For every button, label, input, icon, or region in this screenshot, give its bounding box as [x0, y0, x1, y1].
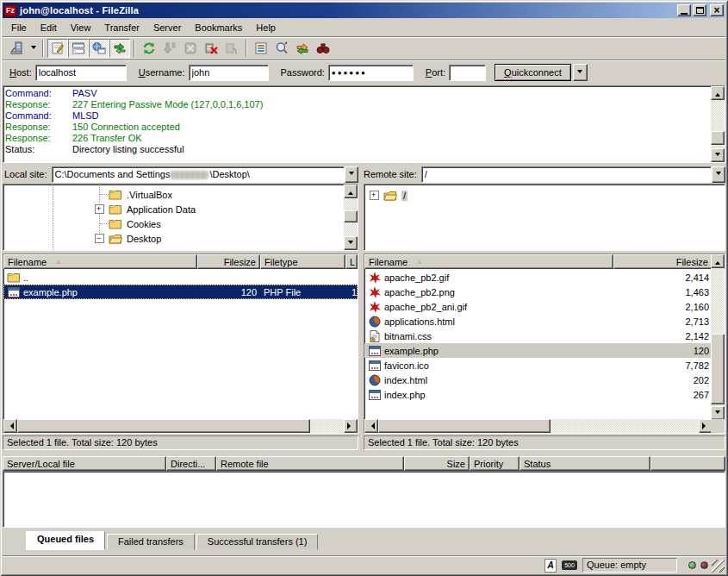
column-direction[interactable]: Directi... [166, 456, 216, 471]
host-input[interactable] [35, 65, 127, 81]
column-status[interactable]: Status [520, 456, 650, 471]
toggle-message-log-button[interactable] [47, 39, 68, 58]
tab-queued-files[interactable]: Queued files [26, 531, 105, 550]
file-row[interactable]: index.php 267 [364, 387, 712, 402]
column-size[interactable]: Size [404, 456, 470, 471]
menu-bookmarks[interactable]: Bookmarks [188, 21, 249, 34]
menu-view[interactable]: View [64, 21, 98, 34]
local-tree-scrollbar[interactable] [344, 185, 358, 250]
file-row[interactable]: apache_pb2_ani.gif 2,160 [364, 299, 712, 314]
tab-successful-transfers[interactable]: Successful transfers (1) [196, 534, 319, 550]
scroll-down-button[interactable] [711, 148, 725, 162]
scroll-up-button[interactable] [711, 254, 725, 268]
resize-grip[interactable] [712, 560, 725, 573]
synchronized-browsing-button[interactable] [292, 39, 313, 58]
username-input[interactable] [189, 65, 269, 81]
file-row[interactable]: bitnami.css 2,142 [364, 329, 712, 343]
remote-list-hscrollbar[interactable] [364, 419, 712, 433]
column-filename[interactable]: Filename [364, 254, 613, 269]
menu-server[interactable]: Server [146, 21, 188, 34]
remote-site-path[interactable]: / [421, 166, 712, 183]
column-filename[interactable]: Filename [3, 254, 197, 269]
scroll-right-button[interactable] [344, 419, 358, 433]
remote-site-dropdown[interactable] [712, 166, 725, 183]
queue-body[interactable] [3, 471, 725, 528]
expand-icon[interactable] [370, 191, 379, 200]
local-site-dropdown[interactable] [345, 166, 358, 183]
log-line: Response:150 Connection accepted [3, 122, 725, 133]
column-filesize[interactable]: Filesize [613, 254, 712, 269]
toggle-local-tree-button[interactable] [68, 39, 89, 58]
scroll-up-button[interactable] [711, 86, 725, 100]
menu-edit[interactable]: Edit [34, 21, 64, 34]
file-row[interactable]: favicon.ico 7,782 [364, 358, 712, 373]
column-filesize[interactable]: Filesize [197, 254, 260, 269]
tab-failed-transfers[interactable]: Failed transfers [107, 534, 195, 550]
filename-filters-button[interactable] [251, 39, 271, 58]
find-files-button[interactable] [313, 39, 333, 58]
collapse-icon[interactable] [95, 234, 104, 243]
tree-item-virtualbox[interactable]: .VirtualBox [3, 187, 358, 202]
port-input[interactable] [449, 65, 486, 81]
site-manager-button[interactable] [7, 39, 28, 58]
tree-item-root[interactable]: / [364, 188, 725, 203]
host-label: Host: [9, 67, 32, 78]
quickconnect-button[interactable]: Quickconnect [495, 64, 571, 81]
scroll-thumb[interactable] [378, 419, 551, 433]
file-row[interactable]: apache_pb2.gif 2,414 [364, 270, 712, 285]
menu-file[interactable]: File [4, 21, 34, 34]
file-row-example-php[interactable]: example.php 120 PHP File 1 [3, 285, 358, 299]
menu-transfer[interactable]: Transfer [97, 21, 146, 34]
password-label: Password: [281, 67, 325, 78]
scroll-thumb[interactable] [344, 210, 358, 222]
arrow-right-icon [702, 423, 709, 429]
local-site-path[interactable]: C:\Documents and Settings\Desktop\ [52, 166, 345, 183]
scroll-left-button[interactable] [364, 419, 378, 433]
toolbar-separator [42, 40, 44, 57]
toggle-remote-tree-button[interactable] [89, 39, 109, 58]
column-filetype[interactable]: Filetype [260, 254, 345, 269]
file-row[interactable]: apache_pb2.png 1,463 [364, 285, 712, 299]
tree-item-desktop[interactable]: Desktop [3, 231, 358, 246]
column-priority[interactable]: Priority [470, 456, 520, 471]
password-input[interactable] [328, 65, 414, 81]
title-bar[interactable]: Fz john@localhost - FileZilla × [3, 3, 725, 18]
disconnect-button[interactable] [201, 39, 221, 58]
scroll-thumb[interactable] [17, 419, 310, 433]
tree-item-application-data[interactable]: Application Data [3, 202, 358, 216]
site-manager-dropdown[interactable] [28, 39, 39, 58]
remote-site-combo[interactable]: / [421, 166, 725, 183]
file-row-parent-dir[interactable]: .. [3, 270, 358, 285]
menu-help[interactable]: Help [249, 21, 283, 34]
compare-icon [274, 41, 289, 56]
file-row[interactable]: applications.html 2,713 [364, 314, 712, 329]
speed-limit-icon[interactable]: 500 [562, 560, 577, 570]
activity-led-green [688, 561, 696, 569]
log-line: Status:Directory listing successful [3, 144, 725, 155]
disconnect-icon [203, 41, 219, 56]
scroll-up-button[interactable] [344, 185, 358, 198]
tree-item-cookies[interactable]: Cookies [3, 216, 358, 231]
file-row[interactable]: index.html 202 [364, 373, 712, 387]
log-scrollbar[interactable] [711, 86, 725, 162]
directory-comparison-button[interactable] [271, 39, 292, 58]
local-list-hscrollbar[interactable] [3, 419, 358, 433]
remote-list-vscrollbar[interactable] [711, 254, 725, 420]
column-server-local-file[interactable]: Server/Local file [3, 456, 166, 471]
maximize-button[interactable] [693, 4, 706, 16]
refresh-button[interactable] [139, 39, 159, 58]
column-last-modified[interactable]: L [345, 254, 358, 269]
close-button[interactable]: × [710, 4, 724, 16]
expand-icon[interactable] [95, 204, 104, 214]
scroll-thumb[interactable] [711, 131, 725, 145]
scroll-left-button[interactable] [3, 419, 17, 433]
scroll-down-button[interactable] [344, 236, 358, 250]
minimize-button[interactable] [677, 4, 691, 16]
file-row-selected[interactable]: example.php 120 [364, 343, 712, 358]
scroll-thumb[interactable] [711, 334, 725, 404]
local-site-combo[interactable]: C:\Documents and Settings\Desktop\ [52, 166, 358, 183]
quickconnect-dropdown[interactable] [573, 64, 588, 81]
column-remote-file[interactable]: Remote file [216, 456, 404, 471]
scroll-down-button[interactable] [711, 406, 725, 420]
toggle-transfer-queue-button[interactable] [109, 39, 130, 58]
